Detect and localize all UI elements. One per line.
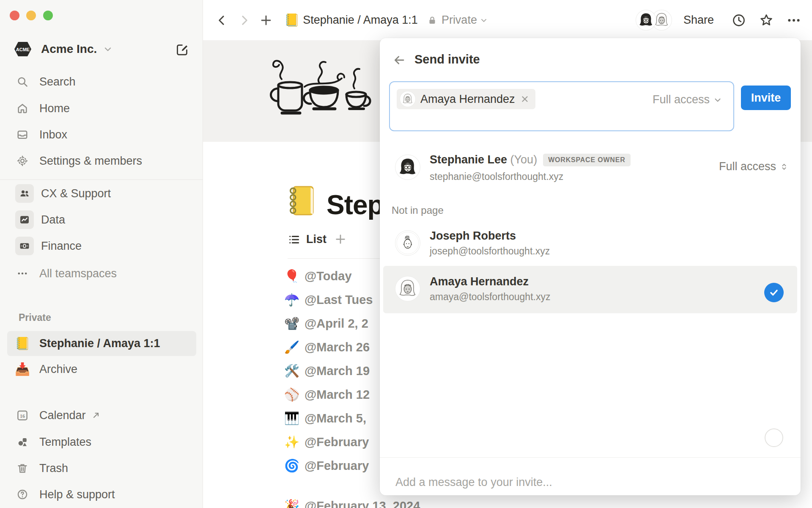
person-row-amaya[interactable]: Amaya Hernandez amaya@toolsforthought.xy…: [383, 266, 797, 313]
search-icon: [16, 76, 29, 88]
external-link-icon: [91, 410, 101, 420]
share-button[interactable]: Share: [683, 14, 714, 27]
stephanie-avatar: [395, 155, 420, 179]
forward-button[interactable]: [238, 14, 250, 27]
ellipsis-icon: [16, 268, 29, 279]
chevron-right-icon: [238, 14, 250, 27]
sidebar-page-stephanie-amaya[interactable]: 📒 Stephanie / Amaya 1:1: [7, 331, 196, 356]
breadcrumb-page-title[interactable]: Stephanie / Amaya 1:1: [303, 14, 418, 27]
more-options-button[interactable]: [787, 13, 801, 28]
sidebar-teamspace-finance[interactable]: Finance: [7, 233, 196, 259]
recipient-chip: Amaya Hernandez: [397, 89, 535, 109]
workspace-owner-badge: WORKSPACE OWNER: [543, 154, 630, 166]
modal-footer-divider: [380, 457, 801, 458]
chevron-left-icon: [216, 14, 228, 27]
sidebar-divider: [0, 179, 203, 180]
chevron-down-icon: [480, 16, 488, 25]
ledger-notebook-emoji: 📒: [16, 337, 29, 350]
modal-back-button[interactable]: [392, 53, 406, 67]
sidebar-page-archive[interactable]: 📥 Archive: [7, 357, 196, 382]
chart-icon: [15, 210, 34, 229]
minimize-window-button[interactable]: [26, 11, 36, 20]
sidebar-item-home[interactable]: Home: [7, 95, 196, 121]
new-page-button[interactable]: [175, 43, 189, 57]
modal-title: Send invite: [414, 52, 480, 66]
svg-text:16: 16: [20, 413, 25, 419]
star-icon: [759, 13, 774, 28]
breadcrumb-page-emoji: 📒: [284, 14, 299, 26]
sidebar-item-inbox[interactable]: Inbox: [7, 121, 196, 148]
member-access-dropdown[interactable]: Full access: [719, 160, 789, 173]
person-row-joseph[interactable]: Joseph Roberts joseph@toolsforthought.xy…: [380, 229, 801, 267]
inbox-icon: [16, 129, 29, 141]
list-item[interactable]: 🎹@March 5,: [283, 406, 366, 430]
list-item[interactable]: ⚾@March 12: [283, 383, 370, 406]
check-icon: [768, 287, 779, 298]
workspace-name: Acme Inc.: [41, 42, 97, 56]
chevron-down-icon: [103, 44, 113, 54]
page-title[interactable]: Step: [326, 189, 384, 221]
sidebar-item-help[interactable]: Help & support: [7, 481, 196, 508]
select-person-radio[interactable]: [765, 428, 783, 447]
recipient-chip-name: Amaya Hernandez: [420, 93, 515, 106]
list-item[interactable]: ✨@February: [283, 430, 369, 454]
lock-icon: [427, 15, 437, 26]
person-email: joseph@toolsforthought.xyz: [430, 246, 550, 257]
page-icon[interactable]: [286, 184, 317, 217]
updates-button[interactable]: [732, 13, 746, 28]
ledger-notebook-emoji: [286, 184, 317, 217]
list-item[interactable]: 🎉@February 13, 2024: [283, 494, 420, 508]
list-item[interactable]: 🎈@Today: [283, 264, 352, 288]
selected-person-check[interactable]: [764, 283, 784, 302]
sidebar-teamspace-data[interactable]: Data: [7, 207, 196, 233]
sidebar-item-settings[interactable]: Settings & members: [7, 148, 196, 174]
amaya-avatar: [395, 276, 420, 301]
add-view-button[interactable]: [334, 233, 347, 246]
not-in-page-section-label: Not in page: [392, 204, 444, 216]
close-window-button[interactable]: [10, 11, 19, 20]
balloon-emoji: 🎈: [283, 269, 301, 283]
zoom-window-button[interactable]: [43, 11, 53, 20]
favorite-button[interactable]: [759, 13, 774, 28]
sidebar-item-calendar[interactable]: 16 Calendar: [7, 402, 196, 428]
clock-icon: [732, 13, 746, 28]
list-view-icon: [288, 233, 300, 246]
remove-recipient-button[interactable]: [520, 94, 529, 104]
list-item[interactable]: 🖌️@March 26: [283, 335, 370, 359]
privacy-dropdown[interactable]: Private: [427, 14, 488, 27]
sidebar-item-templates[interactable]: Templates: [7, 429, 196, 455]
money-icon: [15, 237, 34, 255]
tab-list-view[interactable]: List: [288, 233, 326, 246]
ellipsis-icon: [787, 13, 801, 28]
list-item[interactable]: ☂️@Last Tues: [283, 288, 373, 312]
cyclone-emoji: 🌀: [283, 458, 301, 473]
people-icon: [15, 184, 34, 203]
invite-recipients-input[interactable]: Amaya Hernandez Full access: [389, 81, 734, 131]
acme-logo: ACME: [14, 41, 32, 57]
inbox-tray-emoji: 📥: [16, 363, 29, 375]
calendar-icon: 16: [16, 409, 29, 422]
person-email: amaya@toolsforthought.xyz: [430, 291, 550, 303]
sidebar-item-search[interactable]: Search: [7, 69, 196, 95]
list-item[interactable]: 🛠️@March 19: [283, 359, 370, 383]
back-button[interactable]: [216, 14, 228, 27]
home-icon: [16, 102, 29, 114]
sidebar-item-trash[interactable]: Trash: [7, 455, 196, 481]
stephanie-avatar[interactable]: [636, 10, 656, 30]
sidebar-teamspace-cx-support[interactable]: CX & Support: [7, 180, 196, 207]
svg-text:ACME: ACME: [16, 47, 30, 52]
chip-access-dropdown[interactable]: Full access: [653, 93, 722, 106]
hammer-wrench-emoji: 🛠️: [283, 364, 301, 378]
plus-icon: [260, 14, 272, 27]
list-item[interactable]: 🌀@February: [283, 454, 369, 478]
new-tab-button[interactable]: [260, 14, 272, 27]
invite-button[interactable]: Invite: [741, 86, 791, 110]
trash-icon: [16, 462, 29, 474]
chevron-down-icon: [713, 95, 722, 105]
film-projector-emoji: 📽️: [283, 316, 301, 331]
workspace-switcher[interactable]: ACME Acme Inc.: [0, 37, 203, 61]
umbrella-emoji: ☂️: [283, 293, 301, 307]
sidebar-item-all-teamspaces[interactable]: All teamspaces: [7, 260, 196, 287]
list-item[interactable]: 📽️@April 2, 2: [283, 312, 368, 335]
invite-message-input[interactable]: [395, 470, 785, 494]
